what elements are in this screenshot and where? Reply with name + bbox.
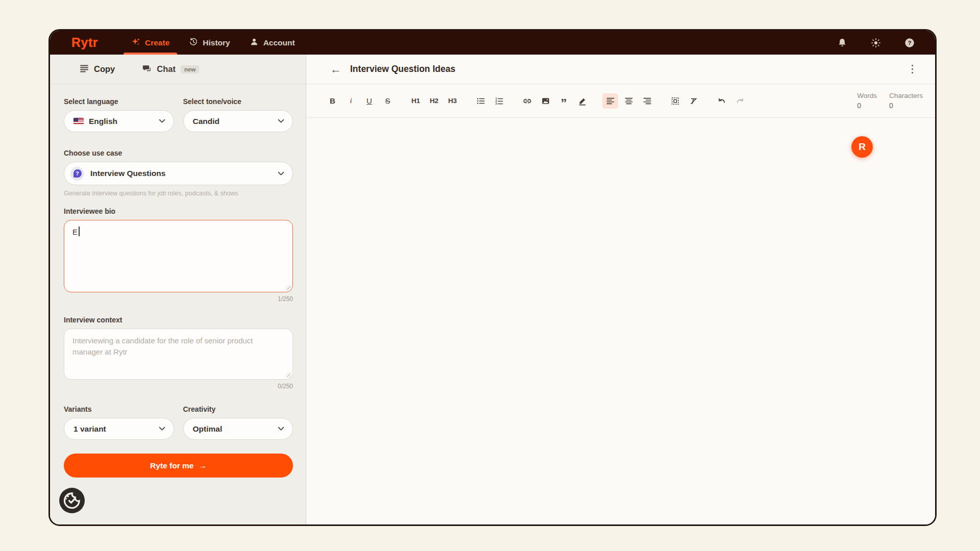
heading3-button[interactable]: H3 <box>445 93 460 109</box>
arrow-right-icon: → <box>199 461 207 470</box>
kebab-menu-icon[interactable] <box>908 62 917 77</box>
chevron-down-icon <box>278 119 284 123</box>
image-icon[interactable] <box>537 93 553 109</box>
tab-chat-label: Chat <box>157 64 176 74</box>
nav-tab-account[interactable]: Account <box>240 31 305 55</box>
app-window: Rytr Create <box>48 29 937 526</box>
language-label: Select language <box>64 97 174 106</box>
underline-button[interactable]: U <box>361 93 377 109</box>
interview-context-textarea[interactable]: Interviewing a candidate for the role of… <box>64 329 293 380</box>
editor-panel: ← Interview Question Ideas B i U S H1 H2… <box>306 55 935 524</box>
context-char-counter: 0/250 <box>64 383 293 390</box>
creativity-value: Optimal <box>193 424 223 434</box>
topbar-actions: ? <box>837 38 921 48</box>
us-flag-icon <box>74 118 84 124</box>
link-icon[interactable] <box>519 93 535 109</box>
chevron-down-icon <box>278 427 284 431</box>
usecase-select[interactable]: Interview Questions <box>64 162 293 185</box>
cta-label: Ryte for me <box>150 461 193 470</box>
tone-label: Select tone/voice <box>183 97 293 106</box>
back-arrow-icon[interactable]: ← <box>330 64 341 75</box>
context-placeholder: Interviewing a candidate for the role of… <box>72 336 253 356</box>
characters-label: Characters <box>889 92 923 99</box>
rytr-assistant-avatar[interactable]: R <box>851 136 873 158</box>
align-right-icon[interactable] <box>639 93 655 109</box>
undo-icon[interactable] <box>714 93 729 109</box>
bold-button[interactable]: B <box>325 93 340 109</box>
strikethrough-button[interactable]: S <box>380 93 396 109</box>
new-badge: new <box>181 65 199 73</box>
align-center-icon[interactable] <box>621 93 636 109</box>
language-select[interactable]: English <box>64 110 174 132</box>
select-all-icon[interactable] <box>667 93 683 109</box>
heading1-button[interactable]: H1 <box>408 93 424 109</box>
rytr-logo[interactable]: Rytr <box>71 35 98 50</box>
language-value: English <box>89 117 117 126</box>
create-form: Select language English Select tone/voic… <box>50 84 306 524</box>
resize-handle[interactable] <box>285 284 290 290</box>
copy-lines-icon <box>80 64 89 75</box>
redo-icon[interactable] <box>732 93 748 109</box>
sidebar-tabs: Copy Chat new <box>50 55 306 84</box>
top-nav-bar: Rytr Create <box>50 31 935 55</box>
theme-icon[interactable] <box>871 38 881 48</box>
usecase-helper-text: Generate interview questions for job rol… <box>64 190 293 197</box>
words-label: Words <box>857 92 877 99</box>
bio-value: E <box>72 228 78 236</box>
variants-select[interactable]: 1 variant <box>64 418 174 440</box>
clear-format-icon[interactable] <box>685 93 701 109</box>
tab-chat[interactable]: Chat new <box>142 64 199 75</box>
highlight-pen-icon[interactable] <box>574 93 590 109</box>
sparkle-icon <box>131 37 140 48</box>
cookie-consent-icon[interactable] <box>59 488 85 513</box>
nav-tab-label: History <box>203 38 230 47</box>
resize-handle[interactable] <box>285 371 290 377</box>
heading2-button[interactable]: H2 <box>426 93 442 109</box>
words-count: 0 <box>857 102 877 110</box>
nav-tab-history[interactable]: History <box>179 31 239 55</box>
bullet-list-icon[interactable] <box>473 93 488 109</box>
chevron-down-icon <box>159 427 165 431</box>
italic-button[interactable]: i <box>343 93 359 109</box>
history-icon <box>189 37 198 48</box>
svg-text:?: ? <box>908 40 911 46</box>
bio-label: Interviewee bio <box>64 207 293 215</box>
word-char-stats: Words 0 Characters 0 <box>857 92 923 110</box>
variants-label: Variants <box>64 405 174 413</box>
variants-value: 1 variant <box>74 424 106 434</box>
editor-toolbar: B i U S H1 H2 H3 <box>306 84 935 118</box>
creativity-label: Creativity <box>183 405 293 413</box>
help-icon[interactable]: ? <box>904 38 915 48</box>
context-label: Interview context <box>64 316 293 324</box>
nav-tab-label: Account <box>263 38 295 47</box>
document-title[interactable]: Interview Question Ideas <box>350 64 455 74</box>
tab-copy[interactable]: Copy <box>80 64 115 75</box>
ryte-for-me-button[interactable]: Ryte for me → <box>64 454 293 478</box>
chevron-down-icon <box>159 119 165 123</box>
tone-value: Candid <box>193 117 220 126</box>
interviewee-bio-textarea[interactable]: E <box>64 220 293 292</box>
align-left-icon[interactable] <box>602 93 618 109</box>
usecase-value: Interview Questions <box>90 169 165 178</box>
bio-char-counter: 1/250 <box>64 295 293 303</box>
ordered-list-icon[interactable]: 1 2 3 <box>491 93 507 109</box>
usecase-label: Choose use case <box>64 149 293 157</box>
chevron-down-icon <box>278 171 284 176</box>
nav-tab-label: Create <box>145 38 169 47</box>
question-bubble-icon <box>70 167 84 181</box>
characters-count: 0 <box>889 102 923 110</box>
creativity-select[interactable]: Optimal <box>183 418 293 440</box>
tone-select[interactable]: Candid <box>183 110 293 132</box>
nav-tab-create[interactable]: Create <box>121 31 179 55</box>
tab-copy-label: Copy <box>94 64 115 74</box>
main-split: Copy Chat new Select langua <box>50 55 935 524</box>
svg-text:3: 3 <box>495 102 497 105</box>
top-nav-tabs: Create History <box>121 31 305 55</box>
sidebar: Copy Chat new Select langua <box>50 55 306 524</box>
bell-icon[interactable] <box>837 38 847 48</box>
quote-icon[interactable]: ” <box>556 93 572 109</box>
chat-bubbles-icon <box>142 64 152 75</box>
text-caret <box>79 227 80 236</box>
editor-content[interactable]: R <box>306 118 935 524</box>
editor-header: ← Interview Question Ideas <box>306 55 935 84</box>
